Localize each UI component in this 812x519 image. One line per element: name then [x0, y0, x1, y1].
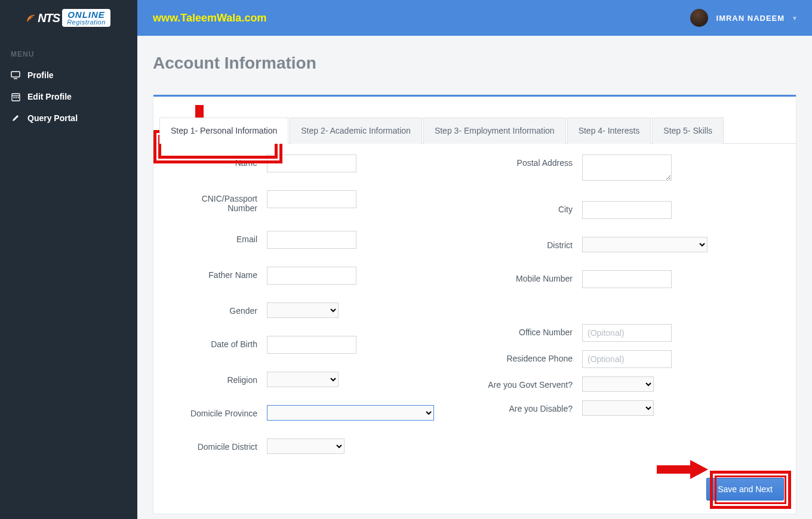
disable-select[interactable]: [582, 400, 654, 416]
postal-address-textarea[interactable]: [582, 155, 672, 181]
user-menu[interactable]: IMRAN NADEEM ▼: [689, 8, 812, 28]
online-registration-badge: ONLINE Registration: [62, 9, 110, 27]
monitor-icon: [11, 71, 20, 79]
pencil-icon: [11, 114, 20, 122]
label-cnic: CNIC/Passport Number: [171, 190, 267, 213]
label-domicile-district: Domicile District: [171, 438, 267, 452]
panel-accent-rule: [153, 95, 796, 97]
chevron-down-icon: ▼: [792, 15, 798, 21]
calendar-icon: [11, 92, 20, 101]
sidebar-item-label: Profile: [27, 70, 54, 80]
arc-icon: [27, 14, 35, 22]
religion-select[interactable]: [267, 372, 339, 387]
svg-rect-6: [17, 97, 19, 98]
label-mobile-number: Mobile Number: [487, 270, 582, 283]
sidebar-item-query-portal[interactable]: Query Portal: [0, 107, 137, 129]
label-postal-address: Postal Address: [487, 155, 582, 168]
label-office-number: Office Number: [487, 324, 582, 337]
sidebar-item-edit-profile[interactable]: Edit Profile: [0, 86, 137, 107]
tabs: Step 1- Personal Information Step 2- Aca…: [153, 117, 796, 144]
save-and-next-button[interactable]: Save and Next: [706, 478, 784, 501]
label-religion: Religion: [171, 372, 267, 385]
logo[interactable]: NTS ONLINE Registration: [0, 0, 137, 36]
district-select[interactable]: [582, 237, 708, 252]
label-district: District: [487, 237, 582, 250]
tab-interests[interactable]: Step 4- Interests: [567, 118, 651, 144]
tab-academic-information[interactable]: Step 2- Academic Information: [290, 118, 422, 144]
page-title: Account Information: [153, 54, 796, 73]
label-email: Email: [171, 231, 267, 244]
sidebar-item-profile[interactable]: Profile: [0, 64, 137, 86]
panel: Step 1- Personal Information Step 2- Aca…: [153, 94, 796, 514]
svg-rect-5: [16, 97, 17, 98]
svg-rect-1: [14, 78, 17, 79]
label-govt-servent: Are you Govt Servent?: [487, 376, 582, 390]
menu-heading: MENU: [0, 50, 137, 64]
govt-servent-select[interactable]: [582, 376, 654, 392]
svg-rect-4: [13, 97, 14, 98]
label-gender: Gender: [171, 302, 267, 316]
gender-select[interactable]: [267, 302, 339, 318]
svg-rect-0: [11, 72, 20, 77]
tab-personal-information[interactable]: Step 1- Personal Information: [159, 118, 288, 144]
label-city: City: [487, 201, 582, 214]
domicile-district-select[interactable]: [267, 438, 345, 454]
username: IMRAN NADEEM: [716, 14, 785, 23]
content-area: Account Information Step 1- Personal Inf…: [137, 36, 812, 519]
registration-text: Registration: [67, 19, 106, 26]
sidebar-item-label: Edit Profile: [27, 92, 72, 101]
father-name-input[interactable]: [267, 267, 356, 285]
online-text: ONLINE: [67, 10, 105, 19]
cnic-input[interactable]: [267, 190, 356, 208]
dob-input[interactable]: [267, 336, 356, 354]
residence-phone-input[interactable]: [582, 350, 672, 368]
label-father-name: Father Name: [171, 267, 267, 280]
email-input[interactable]: [267, 231, 356, 249]
tab-skills[interactable]: Step 5- Skills: [652, 118, 724, 144]
city-input[interactable]: [582, 201, 672, 219]
label-dob: Date of Birth: [171, 336, 267, 349]
mobile-number-input[interactable]: [582, 270, 672, 288]
label-disable: Are you Disable?: [487, 400, 582, 413]
tab-employment-information[interactable]: Step 3- Employment Information: [423, 118, 566, 144]
nts-text: NTS: [38, 11, 60, 24]
site-url[interactable]: www.TaleemWala.com: [153, 12, 266, 24]
avatar: [689, 8, 709, 28]
label-residence-phone: Residence Phone: [487, 350, 582, 363]
topbar: NTS ONLINE Registration www.TaleemWala.c…: [0, 0, 812, 36]
sidebar-item-label: Query Portal: [27, 113, 78, 123]
label-domicile-province: Domicile Province: [171, 405, 267, 418]
sidebar: MENU Profile Edit Profile Query Portal: [0, 36, 137, 519]
domicile-province-select[interactable]: [267, 405, 434, 421]
office-number-input[interactable]: [582, 324, 672, 342]
